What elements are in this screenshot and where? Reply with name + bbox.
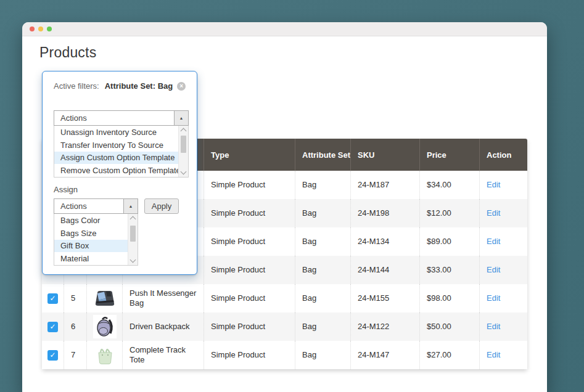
product-sku: 24-M198 bbox=[350, 199, 419, 227]
thumbnail-cell bbox=[86, 341, 122, 369]
actions-select[interactable]: Actions ▲ bbox=[54, 110, 189, 126]
table-row: ✓7Complete Track ToteSimple ProductBag24… bbox=[42, 341, 527, 369]
active-filter-badge: Attribute Set: Bag bbox=[105, 81, 173, 91]
product-sku: 24-M144 bbox=[350, 256, 419, 284]
column-header-price[interactable]: Price bbox=[419, 139, 479, 171]
backpack-thumbnail bbox=[93, 315, 117, 338]
action-cell: Edit bbox=[479, 284, 527, 312]
action-cell: Edit bbox=[479, 171, 527, 199]
column-header-action[interactable]: Action bbox=[479, 139, 527, 171]
row-checkbox-cell: ✓ bbox=[42, 284, 64, 312]
scrollbar-thumb[interactable] bbox=[130, 226, 136, 242]
product-type: Simple Product bbox=[204, 341, 295, 369]
row-checkbox[interactable]: ✓ bbox=[47, 293, 58, 304]
chevron-up-toggle-icon[interactable]: ▲ bbox=[123, 199, 138, 213]
row-checkbox[interactable]: ✓ bbox=[47, 322, 58, 332]
edit-link[interactable]: Edit bbox=[487, 180, 500, 190]
select-option[interactable]: Gift Box bbox=[54, 240, 128, 253]
edit-link[interactable]: Edit bbox=[487, 208, 500, 218]
action-cell: Edit bbox=[479, 312, 527, 341]
scroll-up-icon[interactable] bbox=[181, 129, 186, 133]
select-option[interactable]: Assign Custom Option Template bbox=[54, 152, 178, 165]
select-option[interactable]: Material bbox=[54, 252, 128, 265]
product-sku: 24-M187 bbox=[350, 171, 419, 199]
product-price: $50.00 bbox=[419, 312, 479, 341]
column-header-attribute-set[interactable]: Attribute Set bbox=[295, 139, 350, 171]
product-attribute-set: Bag bbox=[295, 312, 350, 341]
product-attribute-set: Bag bbox=[295, 256, 350, 284]
product-sku: 24-M134 bbox=[350, 227, 419, 256]
column-header-type[interactable]: Type bbox=[204, 139, 295, 171]
row-checkbox-cell: ✓ bbox=[42, 341, 64, 369]
product-attribute-set: Bag bbox=[295, 171, 350, 199]
action-cell: Edit bbox=[479, 256, 527, 284]
thumbnail-cell bbox=[86, 284, 122, 312]
product-price: $89.00 bbox=[419, 227, 479, 256]
column-header-sku[interactable]: SKU bbox=[350, 139, 419, 171]
product-sku: 24-M147 bbox=[350, 341, 419, 369]
product-attribute-set: Bag bbox=[295, 341, 350, 369]
product-price: $12.00 bbox=[419, 199, 479, 227]
scroll-up-icon[interactable] bbox=[131, 217, 135, 221]
apply-button[interactable]: Apply bbox=[144, 198, 179, 214]
app-window: Products Type Attribute Set SKU Price Ac… bbox=[22, 22, 547, 392]
mass-action-filter-panel: Active filters: Attribute Set: Bag × Act… bbox=[42, 71, 197, 275]
row-checkbox-cell: ✓ bbox=[42, 312, 64, 341]
product-price: $27.00 bbox=[419, 341, 479, 369]
scrollbar[interactable] bbox=[128, 214, 138, 265]
product-attribute-set: Bag bbox=[295, 199, 350, 227]
remove-filter-icon[interactable]: × bbox=[177, 82, 186, 91]
zoom-window-icon[interactable] bbox=[47, 27, 52, 31]
active-filters-label: Active filters: bbox=[54, 81, 99, 91]
action-cell: Edit bbox=[479, 199, 527, 227]
product-type: Simple Product bbox=[204, 284, 295, 312]
product-type: Simple Product bbox=[204, 171, 295, 199]
table-row: ✓6Driven BackpackSimple ProductBag24-M12… bbox=[42, 312, 527, 341]
product-price: $98.00 bbox=[419, 284, 479, 312]
action-cell: Edit bbox=[479, 341, 527, 369]
table-row: ✓5Push It Messenger BagSimple ProductBag… bbox=[42, 284, 527, 312]
chevron-up-toggle-icon[interactable]: ▲ bbox=[174, 111, 188, 125]
window-titlebar bbox=[22, 22, 547, 36]
select-option[interactable]: Unassign Inventory Source bbox=[54, 126, 178, 139]
product-name: Complete Track Tote bbox=[122, 341, 204, 369]
edit-link[interactable]: Edit bbox=[487, 293, 500, 303]
select-option[interactable]: Remove Custom Option Template bbox=[54, 164, 178, 177]
row-id: 6 bbox=[64, 312, 86, 341]
messenger-bag-thumbnail bbox=[93, 287, 117, 310]
minimize-window-icon[interactable] bbox=[38, 27, 43, 31]
actions-option-list: Unassign Inventory SourceTransfer Invent… bbox=[54, 126, 189, 178]
edit-link[interactable]: Edit bbox=[487, 350, 500, 360]
assign-select[interactable]: Actions ▲ bbox=[54, 198, 138, 214]
page-title: Products bbox=[39, 44, 96, 61]
scrollbar[interactable] bbox=[178, 126, 188, 177]
select-option[interactable]: Bags Color bbox=[54, 214, 128, 227]
edit-link[interactable]: Edit bbox=[487, 322, 500, 332]
close-window-icon[interactable] bbox=[30, 27, 35, 31]
actions-select-value: Actions bbox=[54, 111, 174, 125]
product-name: Push It Messenger Bag bbox=[122, 284, 204, 312]
product-type: Simple Product bbox=[204, 227, 295, 256]
scrollbar-thumb[interactable] bbox=[181, 136, 186, 153]
edit-link[interactable]: Edit bbox=[487, 237, 500, 247]
assign-option-list: Bags ColorBags SizeGift BoxMaterial bbox=[54, 214, 138, 266]
scroll-down-icon[interactable] bbox=[131, 258, 135, 262]
tote-thumbnail bbox=[93, 343, 117, 367]
row-id: 5 bbox=[64, 284, 86, 312]
select-option[interactable]: Bags Size bbox=[54, 227, 128, 240]
product-type: Simple Product bbox=[204, 312, 295, 341]
product-type: Simple Product bbox=[204, 256, 295, 284]
action-cell: Edit bbox=[479, 227, 527, 256]
select-option[interactable]: Transfer Inventory To Source bbox=[54, 139, 178, 152]
assign-label: Assign bbox=[54, 185, 78, 194]
scroll-down-icon[interactable] bbox=[181, 169, 186, 174]
edit-link[interactable]: Edit bbox=[487, 265, 500, 275]
thumbnail-cell bbox=[86, 312, 122, 341]
assign-select-value: Actions bbox=[54, 199, 123, 213]
row-id: 7 bbox=[64, 341, 86, 369]
product-attribute-set: Bag bbox=[295, 284, 350, 312]
active-filters-row: Active filters: Attribute Set: Bag × bbox=[54, 81, 186, 91]
row-checkbox[interactable]: ✓ bbox=[47, 350, 58, 361]
product-attribute-set: Bag bbox=[295, 227, 350, 256]
product-price: $34.00 bbox=[419, 171, 479, 199]
